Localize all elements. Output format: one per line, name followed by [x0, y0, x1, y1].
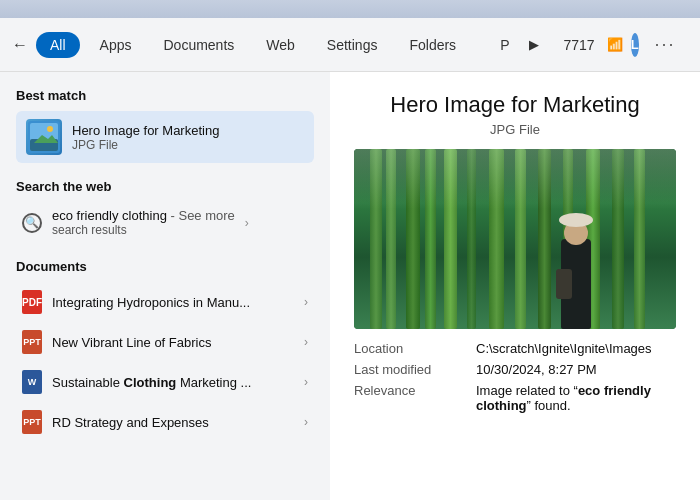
modified-value: 10/30/2024, 8:27 PM [476, 362, 676, 377]
doc-name-1: Integrating Hydroponics in Manu... [52, 295, 294, 310]
doc-name-3: Sustainable Clothing Marketing ... [52, 375, 294, 390]
ppt-icon: PPT [22, 330, 42, 354]
light-overlay [354, 149, 676, 209]
documents-label: Documents [16, 259, 314, 274]
detail-table: Location C:\scratch\Ignite\Ignite\Images… [354, 341, 676, 413]
back-button[interactable]: ← [12, 31, 28, 59]
tab-apps[interactable]: Apps [88, 32, 144, 58]
tab-documents[interactable]: Documents [151, 32, 246, 58]
tab-number: 7717 [559, 37, 598, 53]
doc-name-4: RD Strategy and Expenses [52, 415, 294, 430]
web-search-label: Search the web [16, 179, 314, 194]
chevron-right-icon-2: › [304, 335, 308, 349]
chevron-right-icon-4: › [304, 415, 308, 429]
svg-point-4 [47, 126, 53, 132]
person-figure [556, 199, 596, 329]
doc-item-2[interactable]: PPT New Vibrant Line of Fabrics › [16, 322, 314, 362]
user-avatar[interactable]: L [631, 33, 639, 57]
doc-item-3[interactable]: W Sustainable Clothing Marketing ... › [16, 362, 314, 402]
web-search-item[interactable]: 🔍 eco friendly clothing - See more searc… [16, 202, 314, 243]
search-bar: ← All Apps Documents Web Settings Folder… [0, 18, 700, 72]
relevance-value: Image related to “eco friendly clothing”… [476, 383, 676, 413]
ppt2-icon: PPT [22, 410, 42, 434]
bamboo-background [354, 149, 676, 329]
right-panel: Hero Image for Marketing JPG File [330, 72, 700, 500]
location-value: C:\scratch\Ignite\Ignite\Images [476, 341, 676, 356]
detail-subtitle: JPG File [354, 122, 676, 137]
tab-web[interactable]: Web [254, 32, 307, 58]
jpg-icon [28, 121, 60, 153]
more-options-button[interactable]: ··· [647, 30, 684, 59]
doc-item-4[interactable]: PPT RD Strategy and Expenses › [16, 402, 314, 442]
detail-image [354, 149, 676, 329]
network-icon-button[interactable]: 📶 [607, 30, 623, 60]
tab-all[interactable]: All [36, 32, 80, 58]
left-panel: Best match Hero Image for Marketing JPG … [0, 72, 330, 500]
chevron-right-icon-1: › [304, 295, 308, 309]
top-bar [0, 0, 700, 18]
doc-item-1[interactable]: PDF Integrating Hydroponics in Manu... › [16, 282, 314, 322]
best-match-icon [26, 119, 62, 155]
pdf-icon: PDF [22, 290, 42, 314]
word-icon: W [22, 370, 42, 394]
web-search-text: eco friendly clothing - See more search … [52, 208, 235, 237]
best-match-label: Best match [16, 88, 314, 103]
main-content: Best match Hero Image for Marketing JPG … [0, 72, 700, 500]
search-icon: 🔍 [22, 213, 42, 233]
chevron-right-icon-3: › [304, 375, 308, 389]
tab-settings[interactable]: Settings [315, 32, 390, 58]
web-sub: search results [52, 223, 235, 237]
play-button[interactable]: ▶ [529, 30, 539, 60]
modified-label: Last modified [354, 362, 464, 377]
best-match-item[interactable]: Hero Image for Marketing JPG File [16, 111, 314, 163]
location-label: Location [354, 341, 464, 356]
tab-folders[interactable]: Folders [397, 32, 468, 58]
web-see-more: - See more [167, 208, 235, 223]
best-match-text: Hero Image for Marketing JPG File [72, 123, 219, 152]
web-query: eco friendly clothing [52, 208, 167, 223]
tab-p[interactable]: P [488, 32, 521, 58]
detail-title: Hero Image for Marketing [354, 92, 676, 118]
chevron-right-icon: › [245, 216, 249, 230]
relevance-label: Relevance [354, 383, 464, 413]
windows-logo [692, 34, 694, 56]
doc-name-2: New Vibrant Line of Fabrics [52, 335, 294, 350]
